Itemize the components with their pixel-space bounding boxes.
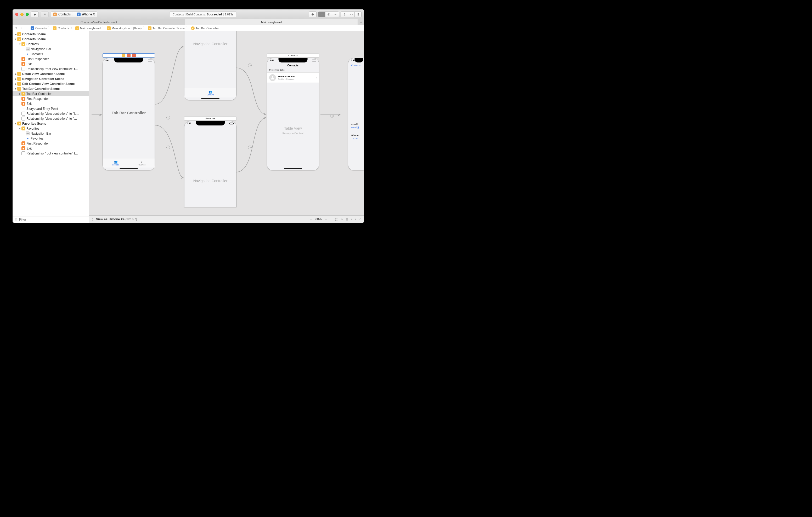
email-value: email@ xyxy=(351,126,361,129)
editor-mode-segment[interactable]: ☰ ◎ ↔ xyxy=(318,11,339,17)
outline-row[interactable]: ▼▪Favorites Scene xyxy=(12,121,89,126)
outline-row[interactable]: ▼●Contacts xyxy=(12,41,89,47)
outline-row[interactable]: ▶▪Contacts Scene xyxy=(12,32,89,37)
outline-row[interactable]: ◆Exit xyxy=(12,101,89,106)
right-panel-icon[interactable]: ▯ xyxy=(354,12,361,17)
outline-row[interactable]: ▼●Favorites xyxy=(12,126,89,131)
prototype-cell[interactable]: Name Surname Position, Company › xyxy=(267,72,319,83)
related-items-icon[interactable]: ⊞ xyxy=(14,26,17,30)
resolve-icon[interactable]: ⟷ xyxy=(351,217,356,221)
outline-row[interactable]: ◆First Responder xyxy=(12,141,89,146)
outline-row[interactable]: ▶●Tab Bar Controller xyxy=(12,91,89,96)
stop-button[interactable]: ■ xyxy=(41,11,49,17)
outline-row[interactable]: ▶▪Navigation Controller Scene xyxy=(12,76,89,81)
back-button[interactable]: 〈 xyxy=(18,26,23,30)
segue-node[interactable] xyxy=(330,114,334,118)
outline-row[interactable]: ▼▪Tab Bar Controller Scene xyxy=(12,86,89,91)
scene-title-tab-bar[interactable] xyxy=(103,53,155,58)
segue-node[interactable] xyxy=(166,116,170,119)
outline-row[interactable]: ★Favorites xyxy=(12,136,89,141)
left-panel-icon[interactable]: ▯ xyxy=(341,12,348,17)
outline-row[interactable]: Relationship "root view controller" t… xyxy=(12,151,89,156)
segue-node[interactable] xyxy=(166,146,170,149)
version-editor-icon[interactable]: ↔ xyxy=(332,12,339,17)
detail-scene[interactable]: 9:41 ‹ Contacts Email email@ Phone 1-(23… xyxy=(348,58,364,171)
storyboard-canvas[interactable]: 9:41 Tab Bar Controller 👥Contacts ♥Favor… xyxy=(89,31,364,215)
app-icon: A xyxy=(53,12,57,16)
status-time: 9:41 xyxy=(106,59,110,61)
status-time: 9:41 xyxy=(270,59,274,61)
nav-title: Contacts xyxy=(267,64,319,67)
back-button[interactable]: ‹ Contacts xyxy=(350,64,360,67)
tab-contacts[interactable]: 👥Contacts xyxy=(103,158,129,168)
vc-icon xyxy=(122,54,125,57)
outline-row[interactable]: ▶▪Edit Contact View Controller Scene xyxy=(12,81,89,86)
outline-row[interactable]: ★Contacts xyxy=(12,52,89,57)
outline-filter-bar: ⚙ xyxy=(12,216,89,223)
contacts-scene[interactable]: 9:41 Contacts Prototype Cells Name Surna… xyxy=(267,58,319,171)
run-button[interactable]: ▶ xyxy=(31,11,39,17)
pin-icon[interactable]: ⊞ xyxy=(346,217,348,221)
document-outline: ▶▪Contacts Scene▼▪Contacts Scene▼●Contac… xyxy=(12,31,89,223)
constraints-icon[interactable]: ⊿ xyxy=(359,217,361,221)
crumb-controller[interactable]: ●Tab Bar Controller xyxy=(191,26,220,30)
scene-title-favorites[interactable]: Favorites xyxy=(184,116,236,121)
align-icon[interactable]: ⎀ xyxy=(341,217,343,221)
nav-controller-2[interactable]: 9:41 Navigation Controller xyxy=(184,121,236,207)
outline-row[interactable]: ▭Navigation Bar xyxy=(12,131,89,136)
jump-bar[interactable]: ⊞ 〈 〉 ▪Contacts〉 ▪Contacts〉 ▪Main.storyb… xyxy=(12,25,364,31)
scheme-selector[interactable]: A Contacts 〉 ▮ iPhone X xyxy=(51,11,97,17)
outline-row[interactable]: ◆Exit xyxy=(12,61,89,66)
outline-row[interactable]: Relationship "view controllers" to "It… xyxy=(12,111,89,116)
standard-editor-icon[interactable]: ☰ xyxy=(318,12,325,17)
crumb-scene[interactable]: ▪Tab Bar Controller Scene xyxy=(147,26,185,30)
tab-bar: 👥Contacts ♥Favorites xyxy=(103,158,154,168)
outline-row[interactable]: Relationship "root view controller" t… xyxy=(12,66,89,71)
content-area: ▶▪Contacts Scene▼▪Contacts Scene▼●Contac… xyxy=(12,31,364,223)
crumb-base[interactable]: ▪Main.storyboard (Base) xyxy=(107,26,142,30)
scene-title-contacts[interactable]: Contacts xyxy=(267,53,319,58)
zoom-in-button[interactable]: + xyxy=(325,217,327,222)
tab-favorites[interactable]: ♥Favorites xyxy=(129,158,154,168)
embed-in-icon[interactable]: ⬚ xyxy=(335,217,338,221)
outline-tree[interactable]: ▶▪Contacts Scene▼▪Contacts Scene▼●Contac… xyxy=(12,31,89,216)
filter-input[interactable] xyxy=(19,218,87,221)
view-as-label[interactable]: View as: iPhone Xs (wC hR) xyxy=(96,217,137,221)
zoom-button[interactable] xyxy=(26,13,29,16)
forward-button[interactable]: 〉 xyxy=(24,26,29,30)
outline-row[interactable]: ▼▪Contacts Scene xyxy=(12,37,89,41)
zoom-out-button[interactable]: − xyxy=(310,217,312,222)
nav-controller-1[interactable]: Navigation Controller 👥Contacts xyxy=(184,31,236,100)
outline-row[interactable]: →Storyboard Entry Point xyxy=(12,106,89,111)
bottom-panel-icon[interactable]: ▭ xyxy=(348,12,354,17)
panel-toggle-segment[interactable]: ▯ ▭ ▯ xyxy=(341,11,361,17)
outline-row[interactable]: ▶▪Detail View Controller Scene xyxy=(12,71,89,76)
toolbar-right: ⊕ ☰ ◎ ↔ ▯ ▭ ▯ xyxy=(309,11,361,17)
new-tab-button[interactable]: + xyxy=(358,19,364,25)
segue-node[interactable] xyxy=(248,146,252,149)
outline-row[interactable]: Relationship "view controllers" to "… xyxy=(12,116,89,121)
tab-bar-controller-scene[interactable]: 9:41 Tab Bar Controller 👥Contacts ♥Favor… xyxy=(103,58,155,171)
filter-icon[interactable]: ⚙ xyxy=(14,218,18,221)
crumb-file[interactable]: ▪Main.storyboard xyxy=(75,26,101,30)
crumb-group[interactable]: ▪Contacts xyxy=(52,26,69,30)
status-pill[interactable]: Contacts | Build Contacts: Succeeded | 1… xyxy=(169,11,237,17)
library-button[interactable]: ⊕ xyxy=(309,11,317,17)
zoom-level: 60% xyxy=(316,217,322,221)
assistant-editor-icon[interactable]: ◎ xyxy=(325,12,332,17)
avatar-icon xyxy=(269,74,276,81)
outline-row[interactable]: ◆First Responder xyxy=(12,96,89,101)
outline-toggle-icon[interactable]: ▯ xyxy=(92,217,93,221)
crumb-project[interactable]: ▪Contacts xyxy=(30,26,47,30)
segue-node[interactable] xyxy=(248,63,252,67)
tab-storyboard[interactable]: Main.storyboard xyxy=(185,19,358,25)
close-button[interactable] xyxy=(15,13,18,16)
outline-row[interactable]: ◆Exit xyxy=(12,146,89,151)
tab-swift-file[interactable]: ContactsViewController.swift xyxy=(12,19,185,25)
battery-icon xyxy=(148,60,152,61)
minimize-button[interactable] xyxy=(21,13,24,16)
titlebar: ▶ ■ A Contacts 〉 ▮ iPhone X Contacts | B… xyxy=(12,9,364,19)
outline-row[interactable]: ▭Navigation Bar xyxy=(12,47,89,52)
tab-contacts[interactable]: 👥Contacts xyxy=(184,88,236,97)
outline-row[interactable]: ◆First Responder xyxy=(12,57,89,61)
